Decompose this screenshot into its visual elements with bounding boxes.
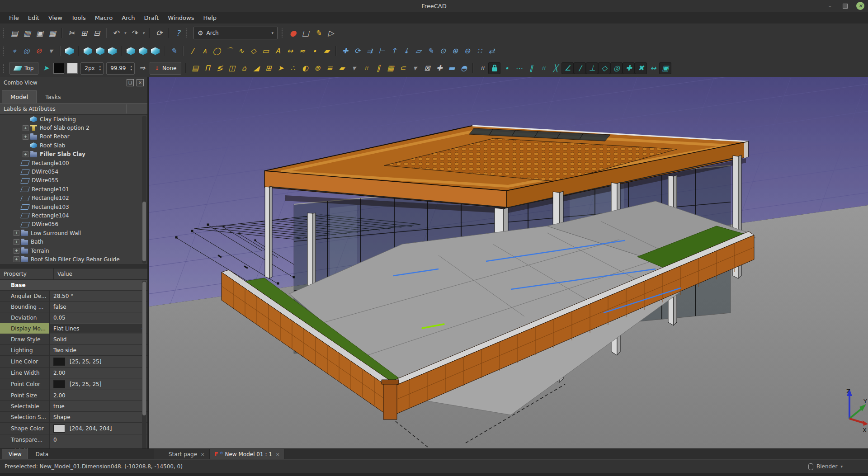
snap-working-plane-button[interactable]: ▣ bbox=[659, 62, 671, 74]
snap-midpoint-button[interactable]: ⋯ bbox=[513, 62, 525, 74]
arch-survey-button[interactable]: ◓ bbox=[458, 62, 470, 74]
draft-rectangle-button[interactable]: ▭ bbox=[259, 45, 272, 57]
toolbar-handle[interactable] bbox=[3, 47, 5, 56]
draft-circle-button[interactable]: ◯ bbox=[211, 45, 223, 57]
draft-edit-button[interactable]: ✎ bbox=[425, 45, 437, 57]
workbench-selector[interactable]: ⚙ Arch ▾ bbox=[193, 27, 278, 39]
property-value[interactable]: [25, 25, 25] bbox=[50, 378, 147, 390]
edit-macro-button[interactable]: ✎ bbox=[312, 27, 325, 39]
redo-button[interactable]: ↷ bbox=[128, 27, 141, 39]
snap-endpoint-button[interactable]: ∙ bbox=[500, 62, 513, 74]
chevron-down-icon[interactable]: ▾ bbox=[840, 464, 843, 469]
expand-icon[interactable] bbox=[14, 256, 19, 262]
property-row[interactable]: Line Color [25, 25, 25] bbox=[0, 356, 147, 368]
snap-extension-button[interactable]: ✖ bbox=[635, 62, 647, 74]
close-panel-icon[interactable]: ✕ bbox=[137, 79, 144, 86]
tree-item[interactable]: Rectangle100 bbox=[0, 159, 147, 167]
draft-delete-point-button[interactable]: ⊖ bbox=[461, 45, 473, 57]
draft-dimension-button[interactable]: ↔ bbox=[284, 45, 296, 57]
tree-item[interactable]: Low Surround Wall bbox=[0, 229, 147, 237]
whats-this-button[interactable]: ? bbox=[172, 27, 184, 39]
arch-stairs-button[interactable]: ≡ bbox=[323, 62, 335, 74]
property-row[interactable]: Bounding ... false bbox=[0, 302, 147, 312]
paste-button[interactable]: ⊟ bbox=[90, 27, 103, 39]
property-column-header[interactable]: Property bbox=[0, 269, 54, 279]
toolbar-handle[interactable] bbox=[3, 64, 5, 73]
draft-point-button[interactable]: ∙ bbox=[308, 45, 321, 57]
property-value[interactable]: Shape bbox=[50, 412, 147, 422]
tree-item[interactable]: DWire055 bbox=[0, 176, 147, 185]
draft-upgrade-button[interactable]: ↑ bbox=[388, 45, 400, 57]
view-axonometric-button[interactable] bbox=[63, 45, 75, 57]
tree-item[interactable]: Rectangle102 bbox=[0, 194, 147, 203]
record-macro-button[interactable]: ● bbox=[287, 27, 299, 39]
snap-intersection-button[interactable]: ╳ bbox=[549, 62, 561, 74]
property-value[interactable]: Two side bbox=[50, 345, 147, 355]
toolbar-handle[interactable] bbox=[282, 28, 284, 38]
draft-add-point-button[interactable]: ⊕ bbox=[449, 45, 461, 57]
arch-curtain-wall-button[interactable]: ◫ bbox=[226, 62, 238, 74]
property-value[interactable]: [25, 25, 25] bbox=[50, 356, 147, 367]
tree-item[interactable]: Rectangle104 bbox=[0, 211, 147, 220]
snap-lock-button[interactable] bbox=[488, 62, 500, 74]
cut-button[interactable]: ✂ bbox=[65, 27, 78, 39]
expand-icon[interactable] bbox=[23, 151, 28, 157]
draft-bspline-button[interactable]: ∿ bbox=[235, 45, 247, 57]
menu-item[interactable]: Help bbox=[198, 13, 221, 23]
property-value[interactable]: 2.00 bbox=[50, 390, 147, 401]
tree-item[interactable]: Roof Slab option 2 bbox=[0, 123, 147, 132]
expand-icon[interactable] bbox=[14, 248, 19, 254]
panel-splitter[interactable] bbox=[0, 264, 147, 269]
property-value[interactable]: 0 bbox=[50, 434, 147, 445]
view-bottom-button[interactable] bbox=[137, 45, 149, 57]
arch-remove-component-button[interactable]: ▬ bbox=[445, 62, 458, 74]
refresh-button[interactable]: ⟳ bbox=[153, 27, 165, 39]
arch-building-part-button[interactable]: ⌂ bbox=[238, 62, 250, 74]
tree-scrollbar[interactable] bbox=[142, 116, 146, 264]
property-value[interactable]: [204, 204, 204] bbox=[50, 423, 147, 434]
property-view-tab[interactable]: Data bbox=[29, 449, 55, 459]
snap-ortho-button[interactable]: ✚ bbox=[623, 62, 635, 74]
view-front-button[interactable] bbox=[82, 45, 94, 57]
arch-window-button[interactable]: ⊞ bbox=[262, 62, 274, 74]
draft-rotate-button[interactable]: ⟳ bbox=[351, 45, 363, 57]
property-view-tab[interactable]: View bbox=[2, 449, 28, 460]
property-row[interactable]: Shape Color [204, 204, 204] bbox=[0, 423, 147, 434]
tree-item[interactable]: DWire054 bbox=[0, 167, 147, 176]
navigation-style-selector[interactable]: Blender bbox=[816, 463, 838, 470]
draw-style-menu-arrow[interactable]: ▾ bbox=[45, 45, 57, 57]
property-row[interactable]: Base bbox=[0, 280, 147, 291]
expand-icon[interactable] bbox=[14, 239, 19, 245]
new-document-button[interactable]: ▤ bbox=[8, 27, 21, 39]
line-width-spinbox[interactable]: 2px ▴▾ bbox=[80, 62, 104, 75]
property-value[interactable]: Flat Lines bbox=[50, 324, 146, 333]
arch-pipe-button[interactable]: ⊂ bbox=[396, 62, 409, 74]
save-button[interactable]: ▣ bbox=[33, 27, 46, 39]
close-tab-icon[interactable]: ✕ bbox=[201, 452, 204, 457]
draft-scale-button[interactable]: ▱ bbox=[412, 45, 425, 57]
draft-offset-button[interactable]: ⇉ bbox=[363, 45, 376, 57]
copy-button[interactable]: ⊞ bbox=[78, 27, 90, 39]
arch-schedule-button[interactable]: ▦ bbox=[384, 62, 396, 74]
arch-pipe-menu-arrow[interactable]: ▾ bbox=[409, 62, 421, 74]
menu-item[interactable]: Draft bbox=[140, 13, 164, 23]
draft-facebinder-button[interactable]: ▰ bbox=[321, 45, 333, 57]
property-row[interactable]: Selectable true bbox=[0, 401, 147, 412]
toolbar-handle[interactable] bbox=[186, 28, 188, 38]
working-plane-button[interactable]: Top bbox=[9, 62, 38, 75]
redo-menu-arrow[interactable]: ▾ bbox=[141, 27, 146, 39]
snap-special-button[interactable]: ◇ bbox=[598, 62, 610, 74]
toggle-grid-button[interactable]: ⌗ bbox=[476, 62, 488, 74]
view-top-button[interactable] bbox=[94, 45, 106, 57]
maximize-button[interactable] bbox=[841, 2, 849, 10]
property-row[interactable]: Line Width 2.00 bbox=[0, 368, 147, 378]
property-scrollbar-thumb[interactable] bbox=[142, 282, 146, 415]
property-value[interactable]: Solid bbox=[50, 334, 147, 344]
draft-wire-button[interactable]: ∧ bbox=[198, 45, 211, 57]
draft-trimex-button[interactable]: ⊢ bbox=[376, 45, 388, 57]
menu-item[interactable]: Edit bbox=[24, 13, 44, 23]
property-row[interactable]: Point Color [25, 25, 25] bbox=[0, 378, 147, 390]
tree-item[interactable]: Roof Slab Filler Clay Rebar Guide bbox=[0, 255, 147, 264]
property-value[interactable]: false bbox=[50, 302, 147, 312]
property-value[interactable]: 0.05 bbox=[50, 312, 147, 323]
